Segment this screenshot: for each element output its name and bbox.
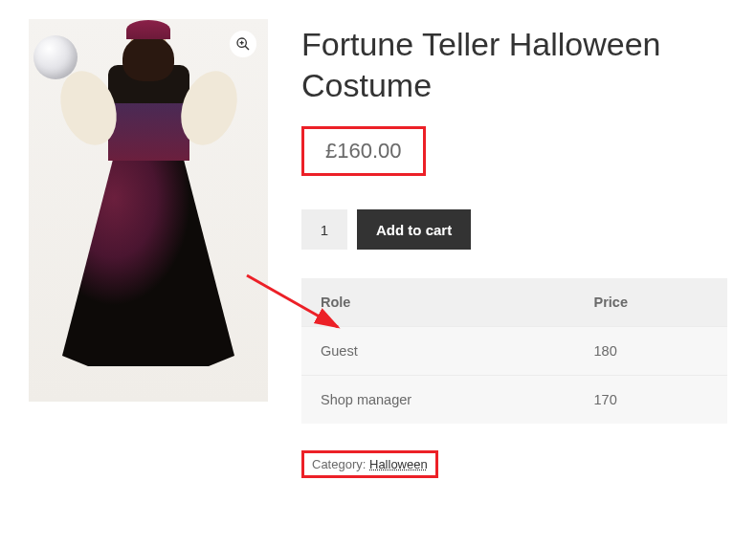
add-to-cart-form: Add to cart	[301, 209, 727, 250]
product-gallery	[29, 19, 268, 478]
product-title: Fortune Teller Halloween Costume	[301, 24, 727, 105]
category-label: Category:	[312, 457, 366, 471]
table-header-row: Role Price	[301, 278, 727, 327]
table-row: Guest 180	[301, 327, 727, 376]
table-row: Shop manager 170	[301, 376, 727, 425]
category-link[interactable]: Halloween	[369, 457, 428, 471]
product-image[interactable]	[29, 19, 268, 402]
role-price-table: Role Price Guest 180 Shop manager 170	[301, 278, 727, 424]
category-highlight: Category: Halloween	[301, 450, 438, 478]
col-price: Price	[575, 278, 728, 327]
col-role: Role	[301, 278, 575, 327]
add-to-cart-button[interactable]: Add to cart	[357, 209, 471, 250]
cell-price: 170	[575, 376, 728, 425]
cell-role: Shop manager	[301, 376, 575, 425]
product-details: Fortune Teller Halloween Costume £160.00…	[301, 19, 727, 478]
quantity-input[interactable]	[301, 209, 347, 250]
product-price: £160.00	[325, 139, 402, 163]
product-page: Fortune Teller Halloween Costume £160.00…	[0, 0, 756, 497]
zoom-in-icon[interactable]	[230, 31, 256, 57]
price-highlight: £160.00	[301, 126, 426, 176]
cell-price: 180	[575, 327, 728, 376]
cell-role: Guest	[301, 327, 575, 376]
svg-line-1	[245, 46, 249, 50]
